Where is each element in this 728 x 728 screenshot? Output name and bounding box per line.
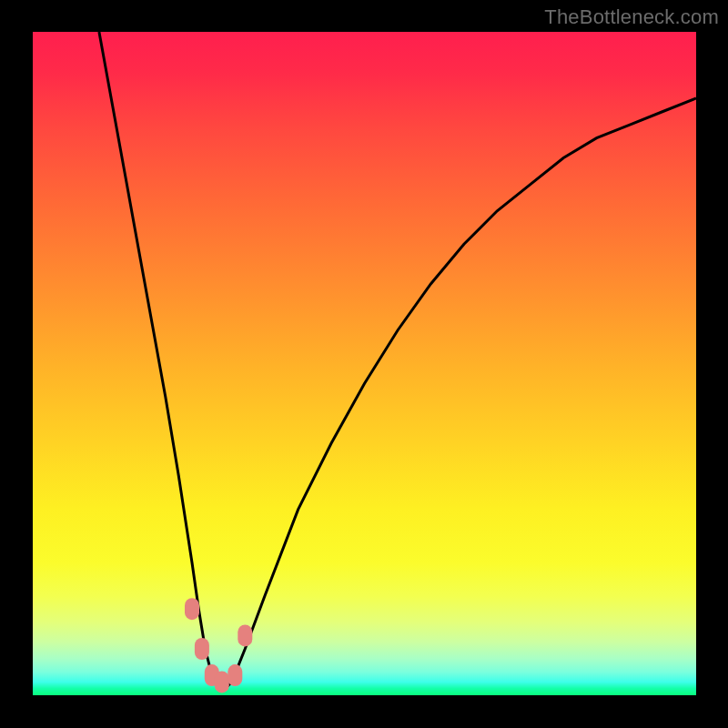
marker-dot — [185, 598, 199, 620]
watermark-text: TheBottleneck.com — [544, 5, 719, 29]
marker-dot — [238, 624, 252, 646]
chart-frame: TheBottleneck.com — [0, 0, 728, 728]
marker-dot — [215, 671, 229, 693]
marker-dot — [228, 664, 242, 686]
curve-layer — [33, 32, 696, 695]
marker-group — [185, 598, 252, 693]
bottleneck-curve-path — [99, 32, 696, 689]
plot-area — [33, 32, 696, 695]
marker-dot — [195, 638, 209, 660]
